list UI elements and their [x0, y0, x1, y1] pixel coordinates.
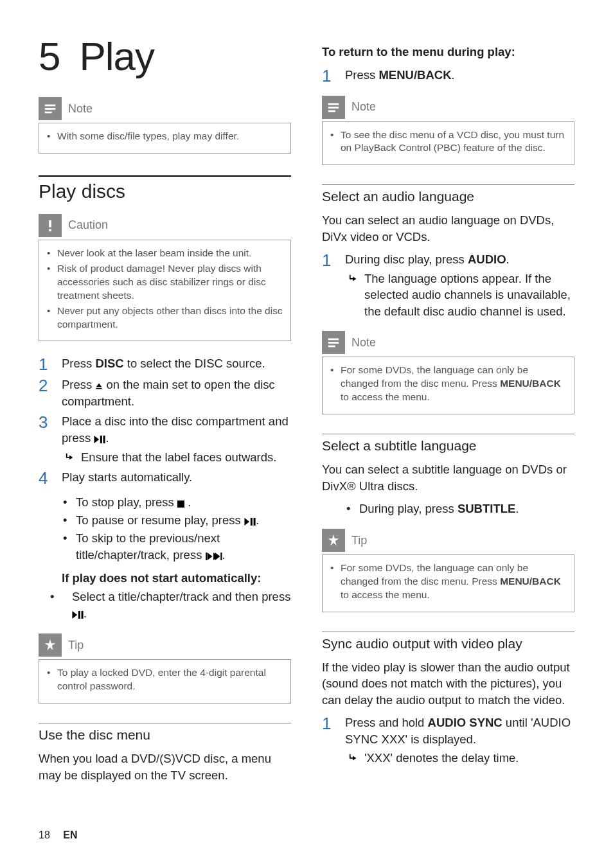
chapter-number: 5: [39, 34, 60, 78]
tip-item: For some DVDs, the language can only be …: [330, 562, 566, 602]
bullet-list: During play, press SUBTITLE.: [345, 500, 574, 517]
eject-icon: [95, 382, 103, 390]
play-pause-icon: [244, 518, 256, 526]
bold-subheading: If play does not start automatically:: [62, 570, 291, 587]
step-body: Press on the main set to open the disc c…: [62, 376, 291, 409]
note-label: Note: [68, 102, 93, 116]
chapter-heading: 5Play: [39, 33, 291, 79]
right-column: To return to the menu during play: 1 Pre…: [322, 33, 574, 790]
step-item: 1 Press MENU/BACK.: [322, 67, 574, 84]
note-item: To see the disc menu of a VCD disc, you …: [330, 128, 566, 155]
list-item: During play, press SUBTITLE.: [345, 500, 574, 517]
subsection-heading: Use the disc menu: [39, 723, 291, 743]
result-arrow-icon: [349, 272, 358, 320]
step-number: 1: [322, 252, 335, 269]
step-body: Play starts automatically.: [62, 469, 291, 486]
stop-icon: [177, 500, 184, 508]
step-sub: Ensure that the label faces outwards.: [62, 449, 291, 466]
caution-label: Caution: [68, 218, 108, 232]
tip-icon: [39, 633, 62, 657]
tip-body: For some DVDs, the language can only be …: [322, 554, 574, 612]
tip-callout: Tip To play a locked DVD, enter the 4-di…: [39, 633, 291, 704]
caution-item: Never put any objects other than discs i…: [47, 305, 283, 332]
step-number: 4: [39, 470, 51, 486]
caution-callout: Caution Never look at the laser beam ins…: [39, 214, 291, 342]
note-body: To see the disc menu of a VCD disc, you …: [322, 121, 574, 166]
step-body: During disc play, press AUDIO. The langu…: [345, 251, 574, 319]
tip-body: To play a locked DVD, enter the 4-digit …: [39, 659, 291, 704]
step-item: 4 Play starts automatically.: [39, 469, 291, 486]
caution-icon: [39, 214, 62, 237]
step-sub: The language options appear. If the sele…: [345, 270, 574, 320]
note-icon: [322, 331, 345, 354]
step-item: 1 Press DISC to select the DISC source.: [39, 355, 291, 373]
tip-label: Tip: [68, 639, 84, 652]
step-number: 1: [39, 356, 51, 373]
list-item: To stop play, press .: [62, 494, 291, 511]
step-body: Press DISC to select the DISC source.: [62, 355, 291, 372]
caution-item: Risk of product damage! Never play discs…: [47, 262, 283, 303]
list-item: To skip to the previous/next title/chapt…: [62, 530, 291, 563]
body-text: If the video play is slower than the aud…: [322, 659, 574, 709]
page-number: 18: [39, 829, 50, 840]
page-footer: 18 EN: [39, 829, 77, 841]
step-item: 2 Press on the main set to open the disc…: [39, 376, 291, 409]
step-body: Press and hold AUDIO SYNC until 'AUDIO S…: [345, 714, 574, 766]
chapter-title: Play: [79, 34, 154, 78]
step-sub: 'XXX' denotes the delay time.: [345, 750, 574, 766]
bold-lead: To return to the menu during play:: [322, 44, 574, 60]
note-callout: Note For some DVDs, the language can onl…: [322, 331, 574, 414]
tip-callout: Tip For some DVDs, the language can only…: [322, 529, 574, 612]
step-number: 1: [322, 67, 335, 84]
subsection-heading: Select a subtitle language: [322, 434, 574, 454]
play-pause-icon: [72, 611, 84, 619]
subsection-heading: Sync audio output with video play: [322, 632, 574, 651]
tip-icon: [322, 529, 345, 552]
step-body: Place a disc into the disc compartment a…: [62, 413, 291, 465]
list-item: To pause or resume play, press .: [62, 512, 291, 529]
tip-label: Tip: [351, 534, 367, 547]
note-body: For some DVDs, the language can only be …: [322, 357, 574, 414]
step-number: 1: [322, 715, 335, 732]
play-actions-list: To stop play, press . To pause or resume…: [62, 494, 291, 563]
result-arrow-icon: [66, 451, 75, 466]
result-arrow-icon: [349, 752, 358, 766]
step-item: 1 Press and hold AUDIO SYNC until 'AUDIO…: [322, 714, 574, 766]
note-icon: [39, 97, 62, 120]
body-text: You can select an audio language on DVDs…: [322, 212, 574, 245]
left-column: 5Play Note With some disc/file types, pl…: [39, 33, 291, 790]
note-callout: Note With some disc/file types, play may…: [39, 97, 291, 154]
step-number: 3: [39, 414, 51, 430]
steps-list: 1 Press MENU/BACK.: [322, 67, 574, 84]
step-item: 1 During disc play, press AUDIO. The lan…: [322, 251, 574, 319]
note-item: For some DVDs, the language can only be …: [330, 364, 566, 404]
note-item: With some disc/file types, play may diff…: [47, 130, 283, 143]
body-text: When you load a DVD/(S)VCD disc, a menu …: [39, 750, 291, 783]
list-item: Select a title/chapter/track and then pr…: [39, 589, 291, 622]
note-callout: Note To see the disc menu of a VCD disc,…: [322, 96, 574, 166]
step-body: Press MENU/BACK.: [345, 67, 574, 84]
steps-list: 1 Press DISC to select the DISC source. …: [39, 355, 291, 486]
tip-item: To play a locked DVD, enter the 4-digit …: [47, 666, 283, 693]
steps-list: 1 During disc play, press AUDIO. The lan…: [322, 251, 574, 319]
note-body: With some disc/file types, play may diff…: [39, 123, 291, 154]
section-heading: Play discs: [39, 175, 291, 202]
steps-list: 1 Press and hold AUDIO SYNC until 'AUDIO…: [322, 714, 574, 766]
subsection-heading: Select an audio language: [322, 184, 574, 204]
body-text: You can select a subtitle language on DV…: [322, 461, 574, 494]
play-pause-icon: [94, 436, 105, 443]
caution-item: Never look at the laser beam inside the …: [47, 247, 283, 260]
fallback-list: Select a title/chapter/track and then pr…: [39, 589, 291, 622]
note-label: Note: [351, 336, 376, 350]
note-label: Note: [351, 100, 376, 114]
prev-next-icon: [206, 553, 222, 560]
step-number: 2: [39, 377, 51, 394]
caution-body: Never look at the laser beam inside the …: [39, 240, 291, 342]
page-lang: EN: [63, 829, 77, 840]
note-icon: [322, 96, 345, 119]
step-item: 3 Place a disc into the disc compartment…: [39, 413, 291, 465]
